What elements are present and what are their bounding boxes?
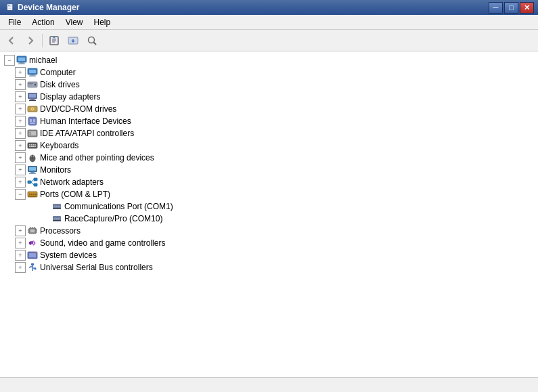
- back-button[interactable]: [3, 32, 20, 49]
- expand-monitors[interactable]: +: [15, 165, 26, 175]
- tree-root-michael[interactable]: − michael: [3, 54, 535, 66]
- svg-rect-11: [18, 64, 25, 64]
- svg-rect-45: [31, 155, 32, 157]
- spacer-com10: [39, 213, 50, 224]
- svg-rect-30: [30, 123, 35, 124]
- expand-usb[interactable]: +: [15, 262, 26, 273]
- expand-sound[interactable]: +: [15, 238, 26, 248]
- tree-item-ports[interactable]: − Ports (COM & LPT): [3, 188, 535, 200]
- tree-item-network[interactable]: + Network adapters: [3, 176, 535, 188]
- label-computer: Computer: [40, 68, 76, 77]
- svg-rect-28: [30, 119, 32, 122]
- svg-rect-21: [29, 94, 36, 97]
- expand-network[interactable]: +: [15, 177, 26, 188]
- svg-rect-46: [33, 155, 35, 157]
- tree-item-monitors[interactable]: + Monitors: [3, 164, 535, 176]
- main-content: − michael + Co: [0, 51, 538, 377]
- expand-display-adapters[interactable]: +: [15, 91, 26, 102]
- forward-button[interactable]: [22, 32, 39, 49]
- tree-item-display-adapters[interactable]: + Display adapters: [3, 91, 535, 103]
- svg-rect-72: [53, 221, 61, 221]
- minimize-button[interactable]: ─: [489, 2, 503, 14]
- update-driver-button[interactable]: [64, 32, 82, 49]
- window-title: Device Manager: [18, 3, 79, 12]
- icon-dvd: [27, 104, 38, 114]
- svg-rect-40: [35, 144, 36, 146]
- svg-rect-53: [34, 178, 37, 181]
- expand-michael[interactable]: −: [4, 55, 15, 66]
- svg-point-60: [33, 194, 35, 195]
- tree-item-com10[interactable]: RaceCapture/Pro (COM10): [3, 213, 535, 225]
- properties-button[interactable]: [45, 32, 63, 49]
- icon-processors: [27, 225, 38, 236]
- svg-rect-15: [29, 76, 36, 77]
- svg-point-66: [58, 206, 60, 207]
- maximize-button[interactable]: □: [504, 2, 518, 14]
- svg-rect-62: [28, 196, 37, 197]
- svg-rect-42: [31, 146, 35, 148]
- menu-help[interactable]: Help: [89, 16, 116, 28]
- close-button[interactable]: ✕: [520, 2, 534, 14]
- expand-mice[interactable]: +: [15, 152, 26, 163]
- expand-dvd[interactable]: +: [15, 104, 26, 114]
- tree-item-computer[interactable]: + Computer: [3, 66, 535, 79]
- icon-computer: [27, 67, 38, 78]
- svg-rect-36: [28, 143, 37, 148]
- tree-item-usb[interactable]: + Universal Serial Bus controllers: [3, 261, 535, 274]
- expand-computer[interactable]: +: [15, 67, 26, 78]
- tree-item-keyboards[interactable]: + Keyboards: [3, 139, 535, 152]
- tree-item-hid[interactable]: + Human Interface Devices: [3, 115, 535, 127]
- device-tree[interactable]: − michael + Co: [0, 51, 538, 377]
- label-keyboards: Keyboards: [40, 141, 79, 150]
- icon-com1: [51, 201, 62, 212]
- icon-display-adapters: [27, 91, 38, 102]
- svg-point-95: [35, 268, 37, 270]
- label-monitors: Monitors: [40, 165, 71, 175]
- menu-file[interactable]: File: [3, 16, 26, 28]
- tree-item-ide[interactable]: + IDE ATA/ATAPI controllers: [3, 127, 535, 139]
- svg-rect-39: [33, 144, 35, 146]
- tree-item-com1[interactable]: Communications Port (COM1): [3, 200, 535, 213]
- svg-rect-43: [35, 146, 36, 148]
- svg-rect-19: [28, 85, 32, 85]
- label-sound: Sound, video and game controllers: [40, 238, 165, 248]
- scan-hardware-button[interactable]: [83, 32, 101, 49]
- svg-rect-23: [29, 100, 36, 101]
- svg-point-89: [35, 253, 37, 254]
- tree-item-dvd[interactable]: + DVD/CD-ROM drives: [3, 103, 535, 115]
- tree-item-disk-drives[interactable]: + Disk drives: [3, 79, 535, 91]
- svg-point-26: [32, 108, 33, 110]
- expand-system[interactable]: +: [15, 250, 26, 261]
- tree-item-sound[interactable]: + Sound, video and game controllers: [3, 237, 535, 249]
- svg-rect-41: [29, 146, 30, 148]
- expand-keyboards[interactable]: +: [15, 140, 26, 151]
- tree-item-system[interactable]: + System devices: [3, 249, 535, 261]
- icon-com10: [51, 213, 62, 224]
- menu-action[interactable]: Action: [26, 16, 60, 28]
- svg-point-4: [53, 36, 55, 38]
- label-hid: Human Interface Devices: [40, 116, 131, 126]
- svg-point-17: [35, 84, 37, 86]
- label-network: Network adapters: [40, 177, 104, 187]
- tree-item-mice[interactable]: + Mice and other pointing devices: [3, 152, 535, 164]
- label-ports: Ports (COM & LPT): [40, 190, 110, 199]
- label-com1: Communications Port (COM1): [64, 202, 173, 211]
- label-display-adapters: Display adapters: [40, 92, 100, 102]
- expand-hid[interactable]: +: [15, 116, 26, 127]
- root-label: michael: [29, 56, 57, 65]
- tree-item-processors[interactable]: + Processors: [3, 225, 535, 237]
- svg-rect-54: [34, 183, 37, 186]
- expand-ports[interactable]: −: [15, 189, 26, 200]
- icon-keyboards: [27, 140, 38, 151]
- label-system: System devices: [40, 251, 97, 260]
- svg-point-58: [29, 194, 30, 195]
- menu-view[interactable]: View: [60, 16, 89, 28]
- svg-rect-49: [29, 167, 36, 171]
- expand-processors[interactable]: +: [15, 225, 26, 236]
- expand-ide[interactable]: +: [15, 128, 26, 139]
- menu-bar: File Action View Help: [0, 15, 538, 30]
- svg-rect-94: [29, 267, 30, 268]
- svg-line-7: [94, 42, 97, 45]
- expand-disk-drives[interactable]: +: [15, 79, 26, 90]
- svg-point-61: [35, 194, 37, 195]
